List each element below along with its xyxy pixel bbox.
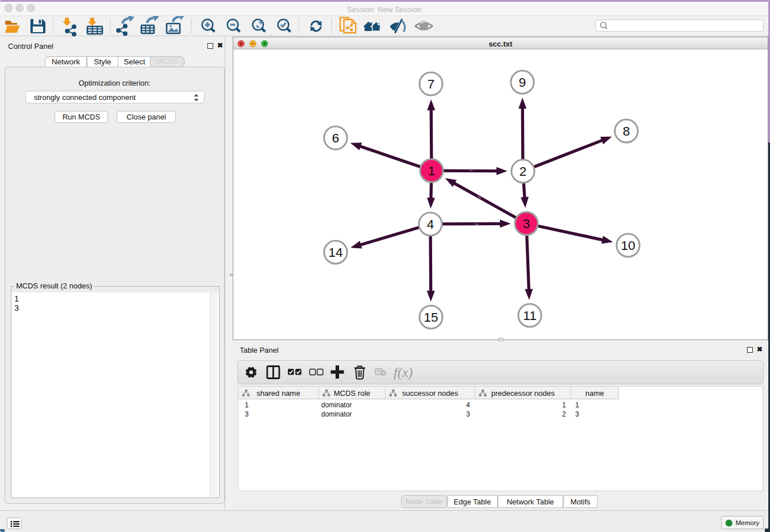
svg-text:1: 1	[428, 164, 436, 178]
svg-text:3: 3	[523, 217, 530, 231]
svg-text:8: 8	[623, 124, 630, 138]
svg-text:2: 2	[519, 164, 527, 179]
svg-text:9: 9	[519, 75, 526, 90]
svg-text:4: 4	[427, 217, 434, 232]
svg-text:7: 7	[428, 77, 435, 91]
svg-text:6: 6	[332, 131, 340, 145]
svg-text:f(x): f(x)	[394, 365, 413, 380]
svg-text:15: 15	[424, 310, 438, 325]
svg-text:11: 11	[523, 309, 536, 323]
svg-text:14: 14	[328, 245, 342, 260]
svg-text:10: 10	[621, 238, 635, 253]
